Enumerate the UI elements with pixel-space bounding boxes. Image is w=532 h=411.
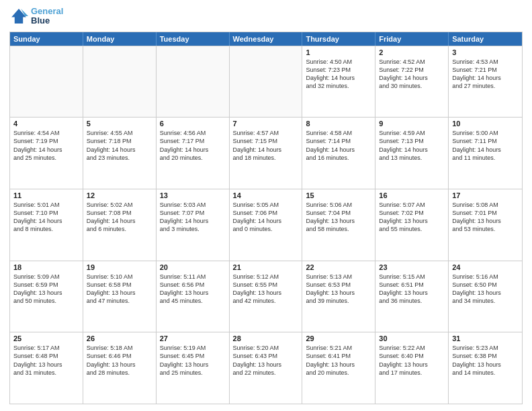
cell-info: Sunrise: 5:12 AMSunset: 6:55 PMDaylight:…	[233, 273, 299, 306]
header-day-sunday: Sunday	[10, 32, 83, 46]
cell-info: Sunrise: 5:02 AMSunset: 7:08 PMDaylight:…	[87, 201, 152, 234]
logo-icon	[9, 7, 28, 26]
day-number: 24	[452, 263, 519, 271]
cell-info: Sunrise: 5:18 AMSunset: 6:46 PMDaylight:…	[87, 344, 152, 377]
day-number: 3	[452, 48, 519, 56]
calendar-cell: 3Sunrise: 4:53 AMSunset: 7:21 PMDaylight…	[449, 46, 522, 118]
calendar-cell	[83, 46, 157, 118]
day-number: 8	[306, 120, 371, 128]
day-number: 31	[452, 334, 519, 342]
calendar-cell: 22Sunrise: 5:13 AMSunset: 6:53 PMDayligh…	[302, 261, 375, 332]
calendar-cell: 8Sunrise: 4:58 AMSunset: 7:14 PMDaylight…	[302, 118, 375, 189]
logo: General Blue	[9, 7, 63, 26]
calendar-week-3: 11Sunrise: 5:01 AMSunset: 7:10 PMDayligh…	[10, 189, 522, 261]
calendar-cell: 5Sunrise: 4:55 AMSunset: 7:18 PMDaylight…	[83, 118, 157, 189]
header-day-wednesday: Wednesday	[230, 32, 303, 46]
calendar-cell: 24Sunrise: 5:16 AMSunset: 6:50 PMDayligh…	[449, 261, 522, 332]
cell-info: Sunrise: 5:23 AMSunset: 6:38 PMDaylight:…	[452, 344, 519, 377]
page: General Blue SundayMondayTuesdayWednesda…	[0, 0, 532, 411]
day-number: 6	[160, 120, 226, 128]
cell-info: Sunrise: 5:05 AMSunset: 7:06 PMDaylight:…	[233, 201, 299, 234]
calendar-cell: 23Sunrise: 5:15 AMSunset: 6:51 PMDayligh…	[375, 261, 449, 332]
calendar-cell: 11Sunrise: 5:01 AMSunset: 7:10 PMDayligh…	[10, 189, 83, 261]
day-number: 18	[13, 263, 79, 271]
cell-info: Sunrise: 4:58 AMSunset: 7:14 PMDaylight:…	[306, 129, 371, 162]
logo-text: General Blue	[31, 7, 63, 26]
day-number: 7	[233, 120, 299, 128]
calendar-header: SundayMondayTuesdayWednesdayThursdayFrid…	[10, 32, 522, 46]
calendar-cell	[157, 46, 230, 118]
day-number: 28	[233, 334, 299, 342]
header-day-saturday: Saturday	[449, 32, 522, 46]
calendar-cell: 12Sunrise: 5:02 AMSunset: 7:08 PMDayligh…	[83, 189, 157, 261]
calendar-cell: 9Sunrise: 4:59 AMSunset: 7:13 PMDaylight…	[375, 118, 449, 189]
cell-info: Sunrise: 5:08 AMSunset: 7:01 PMDaylight:…	[452, 201, 519, 234]
calendar-cell: 20Sunrise: 5:11 AMSunset: 6:56 PMDayligh…	[157, 261, 230, 332]
cell-info: Sunrise: 5:11 AMSunset: 6:56 PMDaylight:…	[160, 273, 226, 306]
day-number: 5	[87, 120, 152, 128]
svg-marker-0	[11, 9, 26, 24]
calendar-cell: 2Sunrise: 4:52 AMSunset: 7:22 PMDaylight…	[375, 46, 449, 118]
calendar-week-1: 1Sunrise: 4:50 AMSunset: 7:23 PMDaylight…	[10, 46, 522, 118]
cell-info: Sunrise: 5:09 AMSunset: 6:59 PMDaylight:…	[13, 273, 79, 306]
day-number: 30	[379, 334, 445, 342]
calendar-body: 1Sunrise: 4:50 AMSunset: 7:23 PMDaylight…	[10, 46, 522, 404]
calendar-cell: 25Sunrise: 5:17 AMSunset: 6:48 PMDayligh…	[10, 332, 83, 404]
day-number: 25	[13, 334, 79, 342]
cell-info: Sunrise: 5:07 AMSunset: 7:02 PMDaylight:…	[379, 201, 445, 234]
cell-info: Sunrise: 4:50 AMSunset: 7:23 PMDaylight:…	[306, 58, 371, 91]
day-number: 14	[233, 191, 299, 199]
calendar-cell: 6Sunrise: 4:56 AMSunset: 7:17 PMDaylight…	[157, 118, 230, 189]
header-day-friday: Friday	[375, 32, 449, 46]
header-day-thursday: Thursday	[302, 32, 375, 46]
cell-info: Sunrise: 4:52 AMSunset: 7:22 PMDaylight:…	[379, 58, 445, 91]
calendar-cell: 26Sunrise: 5:18 AMSunset: 6:46 PMDayligh…	[83, 332, 157, 404]
day-number: 16	[379, 191, 445, 199]
calendar-cell: 13Sunrise: 5:03 AMSunset: 7:07 PMDayligh…	[157, 189, 230, 261]
day-number: 12	[87, 191, 152, 199]
calendar-cell: 16Sunrise: 5:07 AMSunset: 7:02 PMDayligh…	[375, 189, 449, 261]
calendar-cell: 10Sunrise: 5:00 AMSunset: 7:11 PMDayligh…	[449, 118, 522, 189]
cell-info: Sunrise: 5:01 AMSunset: 7:10 PMDaylight:…	[13, 201, 79, 234]
calendar-cell: 4Sunrise: 4:54 AMSunset: 7:19 PMDaylight…	[10, 118, 83, 189]
cell-info: Sunrise: 4:53 AMSunset: 7:21 PMDaylight:…	[452, 58, 519, 91]
cell-info: Sunrise: 5:03 AMSunset: 7:07 PMDaylight:…	[160, 201, 226, 234]
cell-info: Sunrise: 5:10 AMSunset: 6:58 PMDaylight:…	[87, 273, 152, 306]
calendar-week-4: 18Sunrise: 5:09 AMSunset: 6:59 PMDayligh…	[10, 261, 522, 332]
calendar-cell: 17Sunrise: 5:08 AMSunset: 7:01 PMDayligh…	[449, 189, 522, 261]
cell-info: Sunrise: 5:17 AMSunset: 6:48 PMDaylight:…	[13, 344, 79, 377]
day-number: 22	[306, 263, 371, 271]
cell-info: Sunrise: 5:21 AMSunset: 6:41 PMDaylight:…	[306, 344, 371, 377]
day-number: 19	[87, 263, 152, 271]
cell-info: Sunrise: 5:06 AMSunset: 7:04 PMDaylight:…	[306, 201, 371, 234]
calendar-cell: 15Sunrise: 5:06 AMSunset: 7:04 PMDayligh…	[302, 189, 375, 261]
calendar-cell: 19Sunrise: 5:10 AMSunset: 6:58 PMDayligh…	[83, 261, 157, 332]
calendar-cell	[10, 46, 83, 118]
header-day-monday: Monday	[83, 32, 157, 46]
calendar-cell: 14Sunrise: 5:05 AMSunset: 7:06 PMDayligh…	[230, 189, 303, 261]
cell-info: Sunrise: 5:16 AMSunset: 6:50 PMDaylight:…	[452, 273, 519, 306]
cell-info: Sunrise: 5:00 AMSunset: 7:11 PMDaylight:…	[452, 129, 519, 162]
day-number: 21	[233, 263, 299, 271]
header: General Blue	[9, 7, 523, 26]
cell-info: Sunrise: 5:15 AMSunset: 6:51 PMDaylight:…	[379, 273, 445, 306]
calendar-cell: 7Sunrise: 4:57 AMSunset: 7:15 PMDaylight…	[230, 118, 303, 189]
cell-info: Sunrise: 5:20 AMSunset: 6:43 PMDaylight:…	[233, 344, 299, 377]
calendar-cell: 31Sunrise: 5:23 AMSunset: 6:38 PMDayligh…	[449, 332, 522, 404]
day-number: 4	[13, 120, 79, 128]
header-day-tuesday: Tuesday	[157, 32, 230, 46]
cell-info: Sunrise: 4:56 AMSunset: 7:17 PMDaylight:…	[160, 129, 226, 162]
calendar-cell: 18Sunrise: 5:09 AMSunset: 6:59 PMDayligh…	[10, 261, 83, 332]
cell-info: Sunrise: 5:22 AMSunset: 6:40 PMDaylight:…	[379, 344, 445, 377]
day-number: 23	[379, 263, 445, 271]
calendar-cell: 1Sunrise: 4:50 AMSunset: 7:23 PMDaylight…	[302, 46, 375, 118]
day-number: 13	[160, 191, 226, 199]
cell-info: Sunrise: 4:55 AMSunset: 7:18 PMDaylight:…	[87, 129, 152, 162]
calendar-cell: 30Sunrise: 5:22 AMSunset: 6:40 PMDayligh…	[375, 332, 449, 404]
day-number: 1	[306, 48, 371, 56]
day-number: 15	[306, 191, 371, 199]
day-number: 20	[160, 263, 226, 271]
day-number: 26	[87, 334, 152, 342]
day-number: 29	[306, 334, 371, 342]
cell-info: Sunrise: 4:57 AMSunset: 7:15 PMDaylight:…	[233, 129, 299, 162]
